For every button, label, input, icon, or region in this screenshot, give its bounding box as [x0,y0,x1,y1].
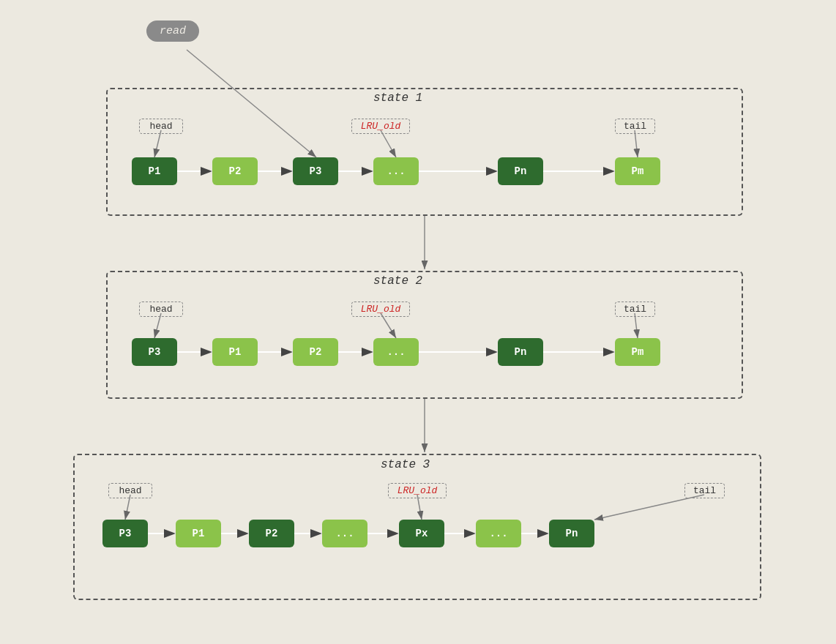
state2-head-ptr: head [139,302,183,317]
state1-node-p2: P2 [212,157,258,185]
state3-lruold-ptr: LRU_old [388,483,447,498]
state2-node-p2: P2 [293,338,338,366]
state3-node-dots2: ... [476,520,521,547]
state2-node-pm: Pm [615,338,660,366]
state3-node-p1: P1 [176,520,221,547]
state1-node-p1: P1 [132,157,177,185]
state1-node-p3: P3 [293,157,338,185]
state1-box [106,88,743,216]
state2-node-dots: ... [373,338,419,366]
state1-head-ptr: head [139,119,183,134]
state3-tail-ptr: tail [684,483,725,498]
state1-tail-ptr: tail [615,119,655,134]
state1-label: state 1 [373,91,422,105]
state1-node-pn: Pn [498,157,543,185]
state2-lruold-ptr: LRU_old [351,302,410,317]
state2-box [106,271,743,399]
diagram-container: read state 1 head LRU_old tail P1 P2 P3 … [0,0,836,644]
state3-node-dots1: ... [322,520,367,547]
state2-label: state 2 [373,274,422,288]
state3-head-ptr: head [108,483,152,498]
state1-lruold-ptr: LRU_old [351,119,410,134]
state2-node-p1: P1 [212,338,258,366]
state3-label: state 3 [381,458,430,471]
state1-node-dots: ... [373,157,419,185]
state1-node-pm: Pm [615,157,660,185]
state3-node-pn: Pn [549,520,594,547]
read-bubble: read [146,20,199,42]
state3-node-p2: P2 [249,520,294,547]
state2-tail-ptr: tail [615,302,655,317]
state2-node-p3: P3 [132,338,177,366]
state3-node-px: Px [399,520,444,547]
read-label: read [160,25,186,37]
state3-node-p3: P3 [102,520,148,547]
state2-node-pn: Pn [498,338,543,366]
